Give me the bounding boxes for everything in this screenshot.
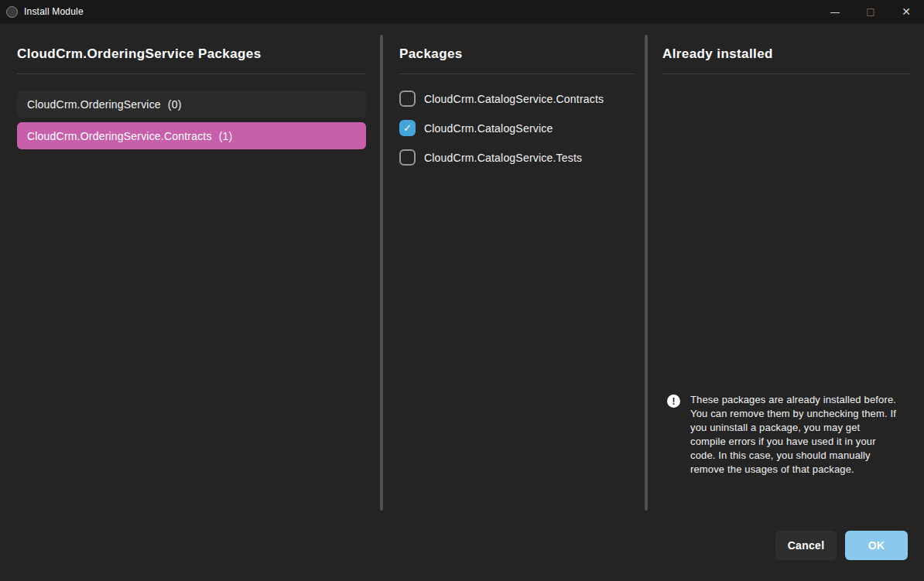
minimize-icon: — [830,6,840,18]
maximize-icon: □ [866,6,874,17]
maximize-button[interactable]: □ [853,0,888,23]
packages-panel: Packages ✓ CloudCrm.CatalogService.Contr… [399,46,635,179]
checkbox-icon[interactable]: ✓ [399,149,416,166]
package-list: ✓ CloudCrm.CatalogService.Contracts ✓ Cl… [399,91,635,166]
app-logo-icon [6,6,18,18]
panel-separator [380,35,383,511]
module-item-label: CloudCrm.OrderingService [27,98,161,111]
window-controls: — □ ✕ [817,0,924,23]
packages-panel-divider [399,73,635,74]
note-text: These packages are already installed bef… [690,393,898,477]
package-label: CloudCrm.CatalogService.Tests [424,152,582,164]
package-item-catalogservice-contracts[interactable]: ✓ CloudCrm.CatalogService.Contracts [399,91,635,107]
module-item-label: CloudCrm.OrderingService.Contracts [27,130,212,142]
packages-panel-title: Packages [399,46,635,62]
module-item-orderingservice-contracts[interactable]: CloudCrm.OrderingService.Contracts (1) [17,122,366,149]
window-title: Install Module [24,6,84,17]
module-item-count: (1) [219,130,233,142]
checkbox-icon[interactable]: ✓ [399,91,416,107]
cancel-button[interactable]: Cancel [775,531,837,560]
already-installed-panel: Already installed [662,46,910,74]
modules-panel-title: CloudCrm.OrderingService Packages [17,46,366,62]
already-installed-title: Already installed [662,46,910,62]
modules-panel: CloudCrm.OrderingService Packages CloudC… [17,46,366,154]
modules-panel-divider [17,73,366,74]
close-button[interactable]: ✕ [888,0,924,23]
already-installed-divider [662,73,910,74]
module-list: CloudCrm.OrderingService (0) CloudCrm.Or… [17,91,366,149]
close-icon: ✕ [902,5,911,18]
module-item-orderingservice[interactable]: CloudCrm.OrderingService (0) [17,91,366,118]
titlebar: Install Module — □ ✕ [0,0,924,23]
module-item-count: (0) [168,98,182,111]
package-label: CloudCrm.CatalogService.Contracts [424,93,604,105]
checkbox-checked-icon[interactable]: ✓ [399,120,416,136]
info-icon: ! [667,395,680,408]
install-module-dialog: Install Module — □ ✕ CloudCrm.OrderingSe… [0,0,924,581]
package-label: CloudCrm.CatalogService [424,122,553,135]
package-item-catalogservice-tests[interactable]: ✓ CloudCrm.CatalogService.Tests [399,149,635,166]
ok-button[interactable]: OK [845,531,908,560]
already-installed-note: ! These packages are already installed b… [667,393,910,477]
panel-separator [645,35,648,511]
minimize-button[interactable]: — [817,0,853,23]
package-item-catalogservice[interactable]: ✓ CloudCrm.CatalogService [399,120,635,136]
